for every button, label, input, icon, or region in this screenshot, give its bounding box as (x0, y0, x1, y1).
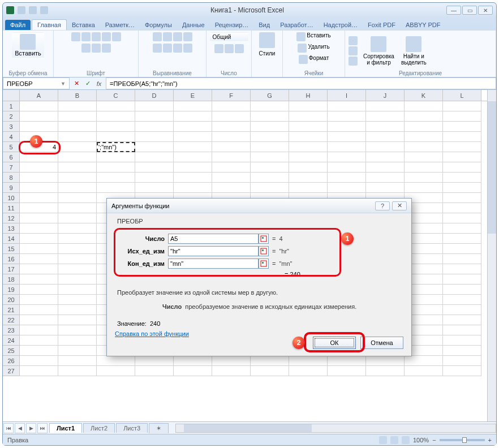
cell[interactable] (366, 162, 405, 173)
cell[interactable] (289, 142, 328, 152)
cell[interactable] (135, 183, 174, 193)
cell[interactable] (289, 173, 328, 183)
enter-formula-icon[interactable]: ✓ (83, 79, 92, 88)
sheet-tab-new[interactable]: ✶ (149, 423, 169, 433)
cell[interactable] (58, 295, 97, 305)
cell[interactable] (443, 315, 481, 325)
cell[interactable] (251, 142, 289, 152)
cell[interactable] (289, 366, 328, 376)
align-right-icon[interactable] (173, 44, 182, 53)
dialog-help-link[interactable]: Справка по этой функции (115, 330, 189, 337)
cell[interactable] (328, 152, 366, 162)
cell[interactable] (58, 325, 97, 335)
col-L[interactable]: L (443, 90, 481, 101)
sort-filter-icon[interactable] (371, 36, 386, 52)
cell[interactable] (58, 234, 97, 244)
bold-icon[interactable] (71, 32, 80, 41)
fill-color-icon[interactable] (92, 44, 101, 53)
cell[interactable] (20, 122, 58, 132)
cell[interactable] (58, 244, 97, 254)
sheet-nav-first-icon[interactable]: ⏮ (3, 423, 14, 433)
tab-developer[interactable]: Разработ… (275, 20, 318, 30)
cell[interactable] (212, 111, 251, 122)
cell[interactable] (58, 101, 97, 111)
cell[interactable] (58, 132, 97, 142)
cell[interactable] (443, 183, 481, 193)
zoom-out-button[interactable]: − (432, 437, 436, 443)
cell[interactable] (443, 193, 481, 203)
find-select-icon[interactable] (406, 36, 421, 52)
cell[interactable] (174, 183, 212, 193)
sheet-tab-3[interactable]: Лист3 (116, 423, 148, 433)
cell[interactable] (366, 122, 405, 132)
cell[interactable] (20, 183, 58, 193)
tab-home[interactable]: Главная (32, 19, 67, 30)
cell[interactable] (251, 183, 289, 193)
row-header[interactable]: 23 (3, 325, 20, 335)
comma-icon[interactable] (235, 44, 244, 53)
cell[interactable] (212, 152, 251, 162)
cell[interactable] (58, 285, 97, 295)
cell[interactable] (328, 132, 366, 142)
row-header[interactable]: 2 (3, 111, 20, 122)
row-header[interactable]: 24 (3, 335, 20, 346)
cell[interactable] (328, 142, 366, 152)
cell[interactable] (251, 152, 289, 162)
cell[interactable] (328, 356, 366, 366)
delete-cells-label[interactable]: Удалить (308, 44, 329, 53)
cell[interactable] (174, 366, 212, 376)
tab-abbyy[interactable]: ABBYY PDF (401, 20, 446, 30)
cell[interactable] (405, 356, 443, 366)
cell[interactable] (289, 183, 328, 193)
sheet-tab-1[interactable]: Лист1 (49, 423, 82, 433)
cell[interactable] (174, 152, 212, 162)
col-J[interactable]: J (366, 90, 405, 101)
cell[interactable]: ';"mn") (97, 142, 135, 152)
cell[interactable] (212, 132, 251, 142)
cell[interactable] (443, 203, 481, 213)
row-header[interactable]: 21 (3, 305, 20, 315)
cell[interactable] (58, 111, 97, 122)
cell[interactable] (97, 132, 135, 142)
cell[interactable] (97, 122, 135, 132)
insert-cells-label[interactable]: Вставить (307, 32, 330, 41)
cell[interactable] (328, 101, 366, 111)
view-pagelayout-icon[interactable] (390, 436, 398, 444)
row-header[interactable]: 20 (3, 295, 20, 305)
cell[interactable] (58, 356, 97, 366)
merge-icon[interactable] (183, 44, 192, 53)
cell[interactable] (443, 142, 481, 152)
cell[interactable] (328, 122, 366, 132)
border-icon[interactable] (81, 44, 91, 53)
cell[interactable] (58, 335, 97, 346)
percent-icon[interactable] (225, 44, 234, 53)
close-button[interactable]: ✕ (478, 6, 493, 15)
cell[interactable] (58, 346, 97, 356)
cell[interactable] (443, 366, 481, 376)
tab-view[interactable]: Вид (253, 20, 275, 30)
currency-icon[interactable] (214, 44, 223, 53)
tab-insert[interactable]: Вставка (67, 20, 100, 30)
cell[interactable] (174, 356, 212, 366)
cell[interactable] (405, 142, 443, 152)
cell[interactable] (405, 152, 443, 162)
wrap-text-icon[interactable] (183, 32, 192, 41)
cell[interactable] (289, 152, 328, 162)
sheet-nav-next-icon[interactable]: ▶ (26, 423, 36, 433)
col-B[interactable]: B (58, 90, 97, 101)
cell[interactable] (20, 285, 58, 295)
cell[interactable] (443, 234, 481, 244)
cell[interactable] (174, 122, 212, 132)
cell[interactable] (366, 356, 405, 366)
cell[interactable] (443, 101, 481, 111)
cell[interactable] (443, 111, 481, 122)
cell[interactable] (443, 274, 481, 285)
cell[interactable] (58, 193, 97, 203)
row-header[interactable]: 9 (3, 183, 20, 193)
cell[interactable] (58, 366, 97, 376)
autosum-icon[interactable] (349, 36, 358, 45)
cell[interactable] (366, 183, 405, 193)
dialog-close-button[interactable]: ✕ (392, 201, 407, 210)
maximize-button[interactable]: ▭ (462, 6, 477, 15)
insert-cells-icon[interactable] (296, 32, 306, 41)
